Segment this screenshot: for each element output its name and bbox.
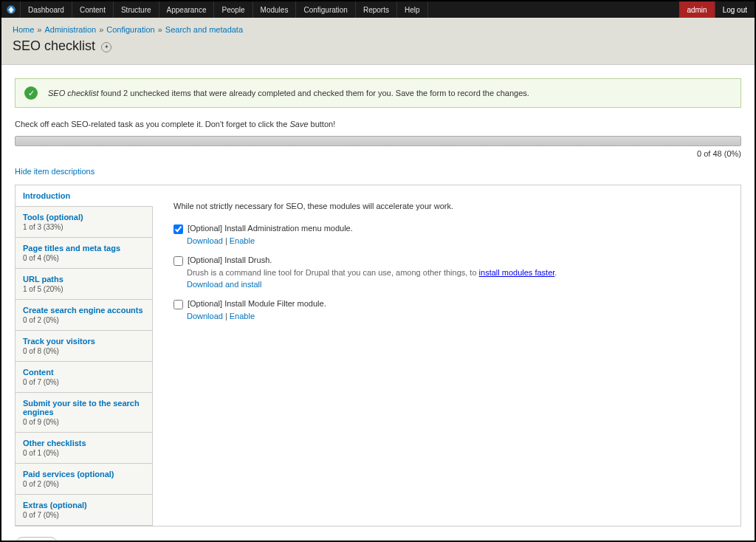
checklist-item-links: Download and install xyxy=(187,280,720,289)
toolbar-menu: DashboardContentStructureAppearancePeopl… xyxy=(21,1,428,18)
breadcrumb-link[interactable]: Search and metadata xyxy=(165,25,243,34)
toolbar-menu-item[interactable]: Reports xyxy=(356,1,397,18)
tab-subtitle: 0 of 4 (0%) xyxy=(23,254,145,262)
breadcrumb-separator: » xyxy=(155,25,165,34)
breadcrumb: Home»Administration»Configuration»Search… xyxy=(13,25,743,34)
toolbar-logout-link[interactable]: Log out xyxy=(715,1,755,18)
checklist-item-label: [Optional] Install Administration menu m… xyxy=(188,224,353,233)
toolbar-menu-item[interactable]: Modules xyxy=(253,1,297,18)
breadcrumb-link[interactable]: Configuration xyxy=(106,25,154,34)
tab-subtitle: 0 of 2 (0%) xyxy=(23,316,145,324)
checklist-container: IntroductionTools (optional)1 of 3 (33%)… xyxy=(15,185,741,526)
checklist-action-link[interactable]: Enable xyxy=(230,236,255,245)
checklist-tab[interactable]: Submit your site to the search engines0 … xyxy=(16,393,152,433)
home-icon[interactable] xyxy=(1,1,21,18)
tab-title: Content xyxy=(23,368,145,377)
tab-title: Extras (optional) xyxy=(23,501,145,510)
tab-subtitle: 0 of 7 (0%) xyxy=(23,378,145,386)
breadcrumb-separator: » xyxy=(96,25,106,34)
panel-intro: While not strictly necessary for SEO, th… xyxy=(173,202,720,210)
checklist-tab[interactable]: Paid services (optional)0 of 2 (0%) xyxy=(16,464,152,495)
checklist-tabs: IntroductionTools (optional)1 of 3 (33%)… xyxy=(16,185,153,526)
tab-subtitle: 0 of 2 (0%) xyxy=(23,480,145,488)
breadcrumb-separator: » xyxy=(34,25,44,34)
checklist-tab[interactable]: Introduction xyxy=(16,185,153,207)
checklist-item-links: Download|Enable xyxy=(187,312,720,320)
toolbar-menu-item[interactable]: People xyxy=(214,1,252,18)
page-header: Home»Administration»Configuration»Search… xyxy=(1,18,755,65)
tab-title: Tools (optional) xyxy=(23,213,145,222)
checklist-item-label: [Optional] Install Module Filter module. xyxy=(188,299,326,308)
status-prefix: SEO checklist xyxy=(48,89,98,97)
checklist-panel: While not strictly necessary for SEO, th… xyxy=(153,185,740,526)
checklist-item-label: [Optional] Install Drush. xyxy=(188,255,272,264)
checklist-action-link[interactable]: Enable xyxy=(230,312,255,320)
checklist-item: [Optional] Install Module Filter module.… xyxy=(173,299,720,320)
progress-label: 0 of 48 (0%) xyxy=(15,149,741,158)
tab-title: Paid services (optional) xyxy=(23,470,145,478)
tab-subtitle: 0 of 8 (0%) xyxy=(23,347,145,355)
toolbar-menu-item[interactable]: Help xyxy=(397,1,428,18)
checklist-item-links: Download|Enable xyxy=(187,236,720,245)
toolbar-user-link[interactable]: admin xyxy=(679,1,714,18)
toolbar-menu-item[interactable]: Content xyxy=(72,1,114,18)
tab-title: Submit your site to the search engines xyxy=(23,399,145,416)
checklist-tab[interactable]: Create search engine accounts0 of 2 (0%) xyxy=(16,300,152,331)
breadcrumb-link[interactable]: Home xyxy=(13,25,34,34)
page-title: SEO checklist xyxy=(13,38,743,54)
tab-subtitle: 0 of 1 (0%) xyxy=(23,449,145,457)
checklist-tab[interactable]: Track your visitors0 of 8 (0%) xyxy=(16,331,152,362)
toolbar-menu-item[interactable]: Appearance xyxy=(159,1,215,18)
breadcrumb-link[interactable]: Administration xyxy=(44,25,96,34)
gear-icon[interactable] xyxy=(101,42,111,52)
checklist-tab[interactable]: Page titles and meta tags0 of 4 (0%) xyxy=(16,238,152,269)
tab-subtitle: 0 of 9 (0%) xyxy=(23,418,145,426)
checklist-tab[interactable]: Content0 of 7 (0%) xyxy=(16,362,152,393)
tab-title: Other checklists xyxy=(23,439,145,447)
toolbar-menu-item[interactable]: Structure xyxy=(114,1,159,18)
check-circle-icon: ✓ xyxy=(24,86,38,100)
description-link[interactable]: install modules faster xyxy=(479,268,555,277)
toolbar-menu-item[interactable]: Dashboard xyxy=(21,1,72,18)
toolbar-menu-item[interactable]: Configuration xyxy=(296,1,355,18)
checklist-item-description: Drush is a command line tool for Drupal … xyxy=(187,268,720,277)
tab-title: URL paths xyxy=(23,275,145,284)
admin-toolbar: DashboardContentStructureAppearancePeopl… xyxy=(1,1,755,18)
status-text: found 2 unchecked items that were alread… xyxy=(98,89,529,97)
tab-subtitle: 0 of 7 (0%) xyxy=(23,511,145,519)
save-button[interactable]: Save xyxy=(15,537,58,542)
checklist-checkbox[interactable] xyxy=(173,224,183,234)
checklist-checkbox[interactable] xyxy=(173,256,183,266)
tab-subtitle: 1 of 3 (33%) xyxy=(23,223,145,231)
link-divider: | xyxy=(223,312,230,320)
instructions-text: Check off each SEO-related task as you c… xyxy=(15,120,741,128)
checklist-item: [Optional] Install Drush.Drush is a comm… xyxy=(173,255,720,289)
checklist-tab[interactable]: Tools (optional)1 of 3 (33%) xyxy=(16,207,152,238)
checklist-checkbox[interactable] xyxy=(173,300,183,309)
checklist-item: [Optional] Install Administration menu m… xyxy=(173,224,720,245)
tab-title: Page titles and meta tags xyxy=(23,244,145,253)
checklist-tab[interactable]: URL paths1 of 5 (20%) xyxy=(16,269,152,300)
checklist-action-link[interactable]: Download and install xyxy=(187,280,262,289)
tab-title: Create search engine accounts xyxy=(23,306,145,315)
link-divider: | xyxy=(223,236,230,245)
checklist-tab[interactable]: Extras (optional)0 of 7 (0%) xyxy=(16,495,152,526)
checklist-action-link[interactable]: Download xyxy=(187,236,223,245)
tab-subtitle: 1 of 5 (20%) xyxy=(23,285,145,293)
checklist-action-link[interactable]: Download xyxy=(187,312,223,320)
toggle-descriptions-link[interactable]: Hide item descriptions xyxy=(15,167,94,176)
tab-title: Introduction xyxy=(23,191,145,200)
checklist-tab[interactable]: Other checklists0 of 1 (0%) xyxy=(16,433,152,464)
progress-bar xyxy=(15,136,741,146)
status-message: ✓ SEO checklist found 2 unchecked items … xyxy=(15,78,741,108)
tab-title: Track your visitors xyxy=(23,337,145,346)
